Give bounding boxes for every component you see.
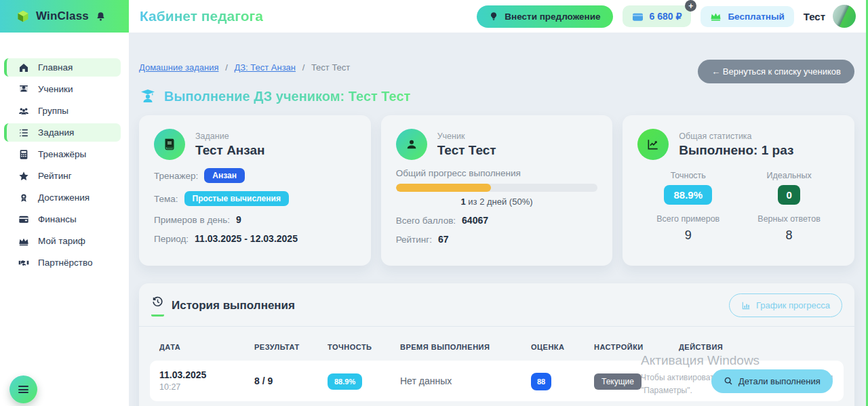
sidebar-item-label: Ученики [38,84,73,94]
bell-icon[interactable] [95,11,106,22]
home-icon [18,62,29,73]
breadcrumb-task-link[interactable]: ДЗ: Тест Анзан [234,62,296,73]
history-section: История выполнения График прогресса ДАТА… [139,283,854,406]
bar-chart-icon [741,301,751,310]
sidebar-item-partnership[interactable]: Партнёрство [4,253,121,272]
history-table: ДАТА РЕЗУЛЬТАТ ТОЧНОСТЬ ВРЕМЯ ВЫПОЛНЕНИЯ… [139,327,854,401]
cell-duration: Нет данных [400,375,531,386]
task-card-title: Тест Анзан [195,143,265,158]
avatar[interactable] [833,5,856,28]
settings-badge: Текущие [594,373,642,390]
sidebar-item-label: Финансы [38,214,77,224]
details-button-label: Детали выполнения [738,376,821,386]
breadcrumb: Домашние задания / ДЗ: Тест Анзан / Тест… [139,60,350,73]
correct-answers-value: 8 [738,228,840,243]
progress-label: Общий прогресс выполнения [396,168,598,178]
stats-card-title: Выполнено: 1 раз [679,143,793,158]
suggest-button[interactable]: Внести предложение [477,5,612,28]
sidebar-item-students[interactable]: Ученики [4,80,121,98]
progress-chart-button[interactable]: График прогресса [729,293,842,317]
sidebar-item-achievements[interactable]: Достижения [4,188,121,207]
tariff-crown-icon [18,237,29,246]
sidebar-item-finance[interactable]: Финансы [4,210,121,228]
cell-result: 8 / 9 [254,375,328,386]
col-date: ДАТА [159,343,254,351]
period-value: 11.03.2025 - 12.03.2025 [195,233,298,244]
sidebar: Главная Ученики Группы Задания Тренажёры… [0,33,129,406]
lightbulb-icon [489,12,498,21]
breadcrumb-separator: / [302,62,305,73]
finance-icon [18,214,29,224]
period-label: Период: [154,234,189,244]
floating-menu-button[interactable] [9,375,37,403]
header-bar: Кабинет педагога Внести предложение 6 68… [129,0,868,33]
sidebar-item-tariff[interactable]: Мой тариф [4,232,121,250]
partnership-icon [18,258,29,268]
rating-icon [18,171,29,182]
achievements-icon [18,192,29,203]
add-balance-badge[interactable]: + [685,0,696,12]
stats-card-label: Общая статистика [679,131,793,141]
crown-icon [710,12,722,21]
student-cap-icon [139,88,157,104]
sidebar-item-tasks[interactable]: Задания [4,123,121,142]
student-card: Ученик Тест Тест Общий прогресс выполнен… [381,115,613,266]
sidebar-item-rating[interactable]: Рейтинг [4,167,121,185]
sidebar-item-label: Задания [38,127,74,138]
perfect-label: Идеальных [738,171,840,180]
cell-date: 11.03.2025 10:27 [159,369,254,392]
student-card-title: Тест Тест [437,143,496,158]
logo-block[interactable]: WinClass [0,0,129,33]
balance-pill[interactable]: 6 680 ₽ + [623,5,692,27]
sidebar-item-groups[interactable]: Группы [4,102,121,120]
sidebar-item-home[interactable]: Главная [4,58,121,77]
sidebar-item-trainers[interactable]: Тренажёры [4,145,121,163]
tariff-label: Бесплатный [728,12,784,22]
back-to-students-button[interactable]: ← Вернуться к списку учеников [698,60,854,83]
breadcrumb-row: Домашние задания / ДЗ: Тест Анзан / Тест… [139,60,854,83]
task-card: Задание Тест Анзан Тренажер: Анзан Тема:… [139,115,371,266]
book-icon [154,129,185,160]
summary-cards: Задание Тест Анзан Тренажер: Анзан Тема:… [139,115,854,266]
table-header-row: ДАТА РЕЗУЛЬТАТ ТОЧНОСТЬ ВРЕМЯ ВЫПОЛНЕНИЯ… [150,336,844,361]
cube-logo-icon [16,9,30,23]
progress-bar-fill [396,184,491,192]
groups-icon [18,106,29,117]
rating-value: 67 [438,234,449,245]
trainer-label: Тренажер: [154,171,198,181]
breadcrumb-homework-link[interactable]: Домашние задания [139,62,219,73]
topic-badge: Простые вычисления [184,191,289,206]
accuracy-row-badge: 88.9% [328,373,362,390]
points-value: 64067 [462,215,488,226]
col-accuracy: ТОЧНОСТЬ [328,343,400,351]
tariff-pill[interactable]: Бесплатный [701,6,793,27]
page-title: Выполнение ДЗ учеником: Тест Тест [164,89,410,104]
history-title: История выполнения [172,299,295,312]
breadcrumb-separator: / [225,62,228,73]
table-row: 11.03.2025 10:27 8 / 9 88.9% Нет данных … [150,361,844,401]
per-day-value: 9 [236,214,241,225]
details-button[interactable]: Детали выполнения [711,369,833,393]
page-header-title: Кабинет педагога [140,8,263,24]
progress-chart-button-label: График прогресса [756,300,830,310]
person-icon [396,129,427,160]
points-label: Всего баллов: [396,216,456,226]
brand-name: WinClass [36,9,89,23]
tasks-icon [18,127,29,138]
search-icon [724,376,733,386]
student-card-label: Ученик [437,131,496,141]
sidebar-item-label: Тренажёры [38,149,86,159]
user-menu[interactable]: Тест [804,5,856,28]
history-title-row: История выполнения [151,295,295,317]
menu-icon [18,386,28,387]
suggest-button-label: Внести предложение [505,12,600,22]
stats-grid: Точность 88.9% Идеальных 0 Всего примеро… [637,171,840,243]
page-title-row: Выполнение ДЗ учеником: Тест Тест [139,88,854,104]
perfect-badge: 0 [778,185,800,205]
wallet-icon [632,12,644,22]
accuracy-label: Точность [637,171,738,180]
per-day-label: Примеров в день: [154,215,230,225]
chart-line-icon [637,129,669,160]
col-settings: НАСТРОЙКИ [594,343,679,351]
sidebar-item-label: Главная [38,62,73,73]
